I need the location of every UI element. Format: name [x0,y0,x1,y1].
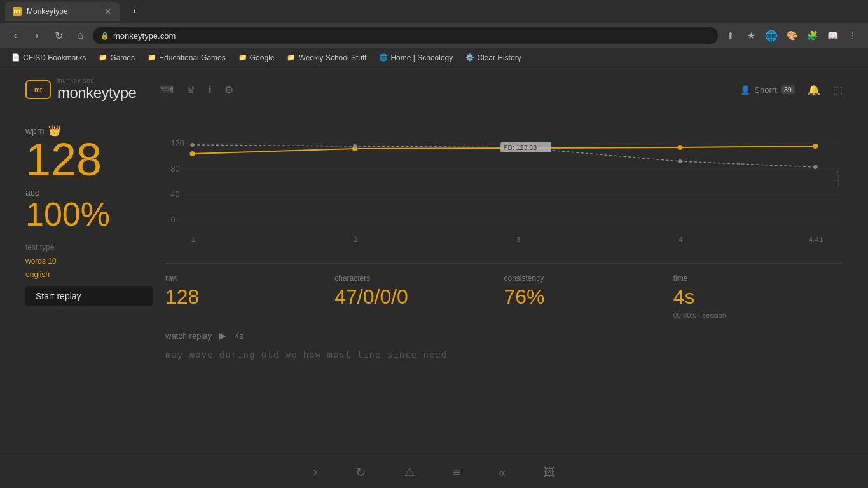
extension-rainbow-button[interactable]: 🎨 [783,27,801,44]
chrome-toolbar: ‹ › ↻ ⌂ 🔒 monkeytype.com ⬆ ★ 🌐 🎨 🧩 📖 ⋮ [0,23,868,48]
bookmark-schoology-icon: 🌐 [379,53,388,62]
user-info: 👤 Shorrt 39 [740,85,795,95]
bookmark-games-icon: 📁 [99,53,107,62]
bookmark-google[interactable]: 📁 Google [233,51,280,64]
home-button[interactable]: ⌂ [71,27,89,44]
tab-close-icon[interactable]: ✕ [104,6,112,17]
info-icon[interactable]: ℹ [208,84,212,96]
bookmark-cfisd[interactable]: 📄 CFISD Bookmarks [6,51,91,64]
bookmark-google-label: Google [250,53,275,62]
svg-point-19 [353,144,357,148]
bookmark-clear-history[interactable]: ⚙️ Clear History [460,51,526,64]
wpm-value: 128 [25,137,153,182]
reload-button[interactable]: ↻ [50,27,67,44]
svg-text:4.41: 4.41 [809,236,823,243]
svg-point-18 [190,143,194,147]
watch-replay-row: watch replay ▶ 4s [165,324,843,347]
stat-consistency-value: 76% [504,285,673,309]
address-bar[interactable]: 🔒 monkeytype.com [93,27,718,44]
bookmarks-bar: 📄 CFISD Bookmarks 📁 Games 📁 Educational … [0,48,868,67]
crown-icon[interactable]: ♛ [186,84,195,96]
alert-icon[interactable]: ⚠ [404,465,415,479]
results-area: wpm 👑 128 acc 100% test type words 10 en… [0,112,868,456]
bookmark-weekly-label: Weekly School Stuff [298,53,366,62]
stat-time-label: time [673,274,843,283]
pb-label: PB: 123.68 [503,144,537,151]
stats-row: raw 128 characters 47/0/0/0 consistency … [165,263,843,324]
user-avatar-icon: 👤 [740,85,750,95]
logo-box: mt [25,80,51,99]
svg-text:2: 2 [354,236,358,243]
forward-button[interactable]: › [28,27,46,44]
logout-icon[interactable]: ⬚ [833,84,843,96]
stat-characters: characters 47/0/0/0 [334,274,504,319]
bookmark-cfisd-icon: 📄 [11,53,20,62]
left-panel: wpm 👑 128 acc 100% test type words 10 en… [25,112,153,456]
app-header: mt monkey see monkeytype ⌨ ♛ ℹ ⚙ 👤 Shorr… [0,67,868,112]
chrome-tab[interactable]: mt Monkeytype ✕ [5,2,120,21]
chart-svg: 0 40 80 120 1 2 3 4 4.41 [165,118,843,245]
menu-icon[interactable]: ≡ [453,465,460,480]
new-tab-button[interactable]: + [125,2,148,21]
svg-point-16 [677,145,683,150]
play-replay-button[interactable]: ▶ [217,329,230,342]
stat-characters-value: 47/0/0/0 [334,285,504,309]
stat-characters-label: characters [334,274,504,283]
footer-icons: › ↻ ⚠ ≡ « 🖼 [0,456,868,488]
more-button[interactable]: ⋮ [844,27,862,44]
test-type-label: test type [25,241,153,255]
logo-monkey-see: monkey see [57,78,136,84]
stat-time-sub: 00:00:04 session [673,311,843,319]
bookmark-educational-games[interactable]: 📁 Educational Games [142,51,231,64]
stat-consistency: consistency 76% [504,274,673,319]
bookmark-clear-icon: ⚙️ [465,53,474,62]
svg-point-14 [189,151,195,156]
bell-icon[interactable]: 🔔 [808,84,820,96]
svg-text:120: 120 [171,139,184,148]
stat-consistency-label: consistency [504,274,673,283]
bookmark-educational-games-label: Educational Games [159,53,226,62]
stat-time-value: 4s [673,285,843,309]
rewind-icon[interactable]: « [499,465,506,480]
share-button[interactable]: ⬆ [722,27,740,44]
user-name: Shorrt [754,85,776,95]
test-lang-label: english [25,268,153,282]
back-button[interactable]: ‹ [6,27,24,44]
user-level-badge: 39 [781,85,795,94]
stat-raw-value: 128 [165,285,334,309]
refresh-icon[interactable]: ↻ [355,464,366,480]
toolbar-actions: ⬆ ★ 🌐 🎨 🧩 📖 ⋮ [722,27,862,44]
keyboard-icon[interactable]: ⌨ [159,84,174,96]
svg-text:0: 0 [171,215,176,224]
watch-replay-label: watch replay [165,331,212,341]
svg-point-21 [678,159,682,163]
extension-puzzle-button[interactable]: 🧩 [803,27,821,44]
extension-circle-button[interactable]: 🌐 [762,27,780,44]
bookmark-clear-label: Clear History [477,53,521,62]
bookmark-games-label: Games [110,53,135,62]
bookmark-button[interactable]: ★ [742,27,760,44]
settings-icon[interactable]: ⚙ [224,84,233,96]
logo-text-area: monkey see monkeytype [57,78,136,102]
start-replay-tooltip[interactable]: Start replay [25,286,153,306]
stat-raw-label: raw [165,274,334,283]
reading-mode-button[interactable]: 📖 [823,27,841,44]
svg-text:4: 4 [679,236,683,243]
bookmark-cfisd-label: CFISD Bookmarks [23,53,86,62]
test-meta: test type words 10 english [25,241,153,282]
tab-title: Monkeytype [27,7,68,16]
bookmark-weekly-school[interactable]: 📁 Weekly School Stuff [282,51,371,64]
main-content: 0 40 80 120 1 2 3 4 4.41 [165,112,843,456]
bookmark-schoology[interactable]: 🌐 Home | Schoology [374,51,458,64]
svg-text:1: 1 [191,236,195,243]
header-right: 👤 Shorrt 39 🔔 ⬚ [740,84,843,96]
replay-time: 4s [235,331,244,341]
acc-value: 100% [25,198,153,231]
bookmark-games[interactable]: 📁 Games [93,51,140,64]
next-icon[interactable]: › [313,464,317,480]
url-text: monkeytype.com [113,31,176,41]
svg-text:Errors: Errors [834,171,841,187]
logo-area: mt monkey see monkeytype [25,78,136,102]
image-icon[interactable]: 🖼 [544,466,555,479]
stat-raw: raw 128 [165,274,334,319]
